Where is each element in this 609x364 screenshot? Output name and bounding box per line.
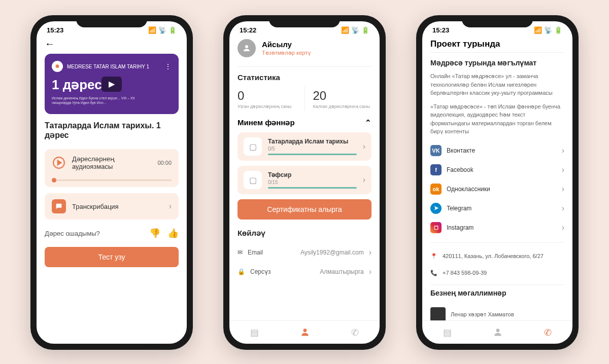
teacher-photo [430, 307, 446, 321]
status-time: 15:23 [432, 26, 449, 34]
social-tg[interactable]: ➤ Telegram › [430, 199, 564, 218]
video-subtitle: Ислам диненең Идел буена үтеп керүе... V… [52, 96, 136, 105]
bottom-nav: ▤ ✆ [229, 320, 380, 344]
certificate-button[interactable]: Сертификатны алырга [238, 199, 371, 220]
social-label: Facebook [447, 166, 557, 173]
course-progress: 0/5 [268, 146, 357, 152]
address-row: 📍 420111, Казань, ул. Лобачевского, 6/27 [430, 248, 564, 265]
course-name: Татарларда Ислам тарихы [268, 138, 357, 145]
stat-label: Узган дәресләрнең саны [238, 104, 296, 109]
mail-icon: ✉ [238, 249, 243, 256]
setting-label: Серсүз [250, 268, 281, 275]
course-name: Тәфсир [268, 171, 357, 178]
subjects-header[interactable]: Минем фәннәр ⌃ [238, 118, 371, 127]
info-paragraph: «Татар мәдрәсәсе» - төп Ислам фәннәре бу… [430, 102, 564, 136]
course-card[interactable]: ▢ Татарларда Ислам тарихы 0/5 › [238, 132, 371, 161]
stat-remaining: 20 Калган дәресләрнең саны [305, 87, 372, 111]
status-icons: 📶 📡 🔋 [341, 26, 369, 34]
video-menu-icon[interactable]: ⋮ [164, 62, 172, 70]
audio-progress[interactable] [52, 179, 172, 181]
notch [462, 15, 533, 27]
chevron-right-icon: › [363, 142, 365, 151]
social-fb[interactable]: f Facebook › [430, 160, 564, 179]
wifi-icon: 📡 [544, 26, 552, 34]
progress-bar [268, 154, 357, 155]
audio-card[interactable]: Дәресләрнең аудиоязмасы 00:00 [45, 149, 179, 187]
social-ok[interactable]: ok Одноклассники › [430, 179, 564, 199]
channel-name: MEDRESE TATAR ISLAM TARIHY 1 [67, 64, 149, 69]
social-label: Telegram [447, 205, 557, 212]
play-button[interactable]: ▶ [101, 77, 122, 92]
facebook-icon: f [430, 164, 442, 175]
setting-email[interactable]: ✉ Email Aysily1992@gmail.com › [238, 243, 371, 262]
nav-profile-icon[interactable] [493, 327, 503, 340]
course-card[interactable]: ▢ Тәфсир 0/15 › [238, 166, 371, 194]
svg-point-3 [496, 329, 500, 332]
play-circle-icon[interactable] [52, 156, 66, 170]
status-time: 15:22 [240, 26, 256, 34]
setting-password[interactable]: 🔒 Серсүз Алмаштырырга › [238, 262, 371, 281]
chevron-right-icon: › [562, 204, 564, 213]
nav-profile-icon[interactable] [300, 327, 310, 340]
transcript-label: Транскрибация [72, 203, 163, 210]
status-time: 15:23 [47, 26, 63, 34]
svg-point-1 [245, 45, 248, 48]
bottom-nav: ▤ ✆ [422, 320, 572, 344]
chevron-right-icon: › [169, 202, 172, 211]
transcript-icon [52, 199, 66, 213]
profile-name: Айсылу [262, 40, 311, 49]
nav-lessons-icon[interactable]: ▤ [443, 327, 452, 340]
chevron-right-icon: › [562, 185, 564, 194]
audio-time: 00:00 [157, 160, 172, 166]
chevron-right-icon: › [369, 248, 371, 257]
edit-profile-link[interactable]: Төзәтмәләр кертү [262, 50, 311, 56]
phone-mockup-1: 15:23 📶 📡 🔋 ← ✹ MEDRESE TATAR ISLAM TARI… [30, 15, 193, 350]
odnoklassniki-icon: ok [430, 184, 442, 195]
phone-row[interactable]: 📞 +7 843 598-09-39 [430, 265, 564, 281]
feedback-row: Дәрес ошадымы? 👎 👍 [45, 228, 179, 239]
wifi-icon: 📡 [351, 26, 359, 34]
setting-label: Email [248, 249, 278, 256]
status-icons: 📶 📡 🔋 [534, 26, 562, 34]
social-ig[interactable]: ◻ Instagram › [430, 218, 564, 237]
avatar[interactable] [238, 39, 256, 57]
signal-icon: 📶 [341, 26, 349, 34]
test-button[interactable]: Тест узу [45, 247, 179, 267]
phone-text: +7 843 598-09-39 [443, 270, 487, 276]
social-label: Instagram [447, 224, 557, 231]
chevron-right-icon: › [562, 223, 564, 232]
back-button[interactable]: ← [45, 36, 179, 54]
book-icon: ▢ [244, 137, 262, 156]
nav-contact-icon[interactable]: ✆ [544, 327, 552, 340]
teacher-row[interactable]: Ленар хәзрәт Хамматов [430, 302, 564, 321]
info-heading: Мәдрәсә турында мәгълүмат [430, 59, 564, 67]
battery-icon: 🔋 [361, 26, 369, 34]
social-vk[interactable]: VK Вконтакте › [430, 141, 564, 160]
course-progress: 0/15 [268, 179, 357, 185]
battery-icon: 🔋 [554, 26, 562, 34]
phone-icon: 📞 [430, 270, 437, 276]
nav-contact-icon[interactable]: ✆ [351, 327, 359, 340]
teachers-title: Безнең мөгаллимнәр [430, 289, 564, 297]
chevron-up-icon: ⌃ [365, 118, 371, 127]
stat-value: 0 [238, 89, 296, 103]
stats-row: 0 Узган дәресләрнең саны 20 Калган дәрес… [238, 87, 371, 111]
teacher-name: Ленар хәзрәт Хамматов [451, 311, 514, 318]
chevron-right-icon: › [562, 146, 564, 155]
transcript-card[interactable]: Транскрибация › [45, 193, 179, 220]
screen-profile: 15:22 📶 📡 🔋 Айсылу Төзәтмәләр кертү Стат… [229, 21, 380, 344]
thumbs-down-icon[interactable]: 👎 [149, 228, 160, 239]
social-label: Одноклассники [447, 186, 557, 193]
nav-lessons-icon[interactable]: ▤ [250, 327, 259, 340]
chevron-right-icon: › [562, 165, 564, 174]
video-player[interactable]: ✹ MEDRESE TATAR ISLAM TARIHY 1 ⋮ 1 дәрес… [45, 54, 179, 114]
chevron-right-icon: › [369, 267, 371, 276]
notch [76, 15, 147, 27]
book-icon: ▢ [244, 171, 262, 189]
thumbs-up-icon[interactable]: 👍 [167, 228, 179, 239]
chevron-right-icon: › [363, 175, 365, 185]
signal-icon: 📶 [148, 26, 156, 34]
address-text: 420111, Казань, ул. Лобачевского, 6/27 [443, 253, 544, 259]
stats-title: Статистика [238, 73, 371, 82]
lock-icon: 🔒 [238, 268, 245, 275]
